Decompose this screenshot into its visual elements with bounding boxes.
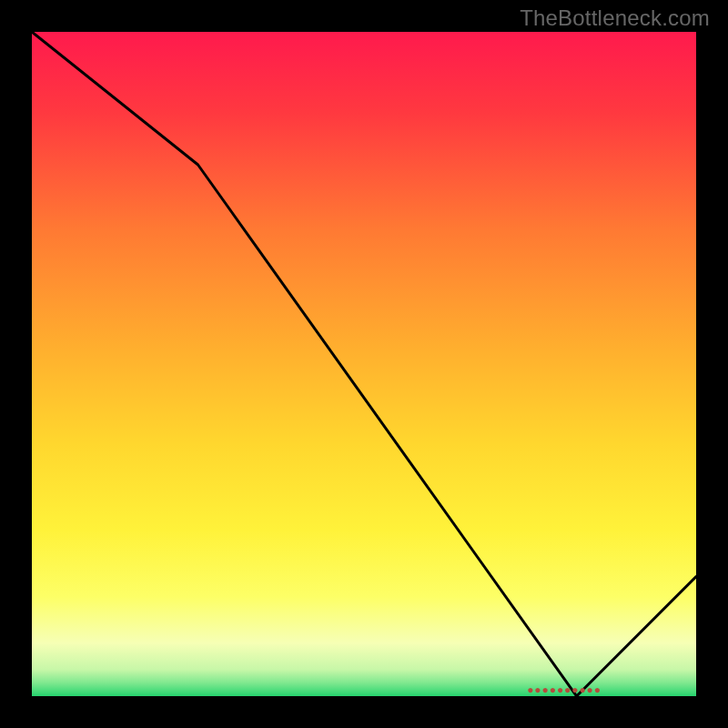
chart-frame: TheBottleneck.com ● ● ● ● ● ● ● ● ● ●	[0, 0, 728, 728]
optimal-range-marker: ● ● ● ● ● ● ● ● ● ●	[527, 683, 600, 696]
curve-polyline	[32, 32, 696, 696]
bottleneck-line	[32, 32, 696, 696]
watermark-text: TheBottleneck.com	[520, 5, 710, 31]
plot-area: ● ● ● ● ● ● ● ● ● ●	[32, 32, 696, 696]
